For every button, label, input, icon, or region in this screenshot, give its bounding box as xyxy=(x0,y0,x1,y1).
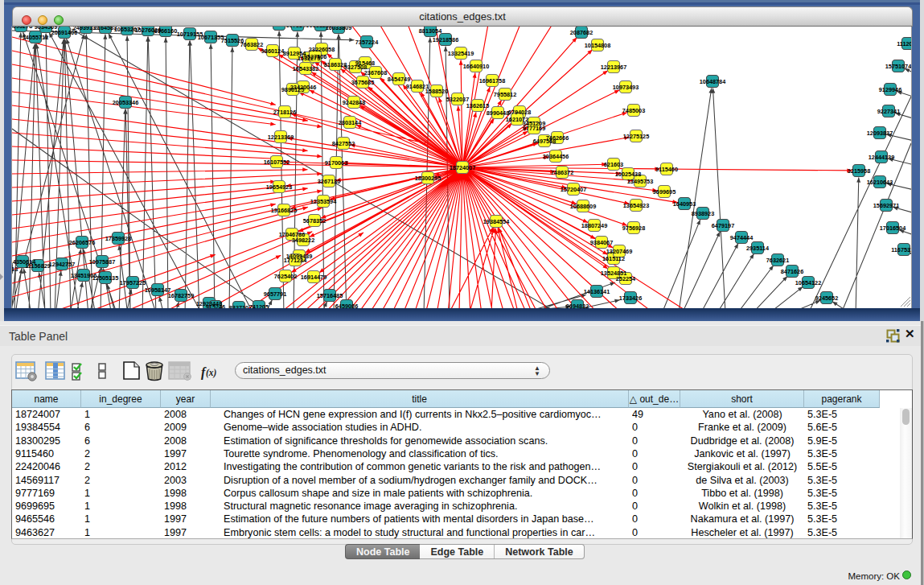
svg-text:26206576: 26206576 xyxy=(69,239,95,246)
svg-text:10973493: 10973493 xyxy=(613,84,639,91)
svg-text:15751074: 15751074 xyxy=(885,63,911,70)
svg-text:8938923: 8938923 xyxy=(692,210,714,217)
svg-text:915468: 915468 xyxy=(355,60,375,67)
svg-text:10975887: 10975887 xyxy=(89,258,115,266)
svg-text:10648784: 10648784 xyxy=(700,78,726,85)
svg-text:3498222: 3498222 xyxy=(292,237,314,244)
svg-text:2803144: 2803144 xyxy=(339,119,362,126)
svg-text:9245652: 9245652 xyxy=(815,295,838,302)
svg-text:17957225: 17957225 xyxy=(120,279,146,286)
svg-text:12275125: 12275125 xyxy=(623,133,649,140)
svg-text:9227341: 9227341 xyxy=(877,108,900,115)
svg-text:10671355: 10671355 xyxy=(198,34,224,41)
svg-text:15692971: 15692971 xyxy=(873,202,899,209)
svg-text:11156829: 11156829 xyxy=(25,262,51,270)
svg-text:10025438: 10025438 xyxy=(615,171,641,178)
svg-text:1112087: 1112087 xyxy=(897,40,911,47)
svg-text:9756928: 9756928 xyxy=(622,225,645,232)
svg-text:16914479: 16914479 xyxy=(301,274,326,281)
svg-text:6966160: 6966160 xyxy=(154,27,177,35)
svg-text:14136141: 14136141 xyxy=(584,288,610,295)
svg-text:10154808: 10154808 xyxy=(585,42,610,49)
svg-text:11675311: 11675311 xyxy=(891,246,911,253)
svg-text:16033809: 16033809 xyxy=(326,27,351,31)
svg-text:7625402: 7625402 xyxy=(274,273,297,280)
svg-text:9129946: 9129946 xyxy=(879,86,901,93)
svg-text:16640910: 16640910 xyxy=(463,63,489,70)
svg-text:9527506: 9527506 xyxy=(304,53,326,60)
svg-text:12093837: 12093837 xyxy=(867,130,893,137)
svg-text:15716485: 15716485 xyxy=(317,292,343,299)
svg-text:8427552: 8427552 xyxy=(332,140,355,147)
svg-text:14055712: 14055712 xyxy=(23,34,48,41)
svg-text:2718126: 2718126 xyxy=(273,109,296,116)
svg-text:2087682: 2087682 xyxy=(570,29,593,36)
svg-text:8471626: 8471626 xyxy=(781,268,803,275)
svg-text:23226058: 23226058 xyxy=(309,46,335,53)
svg-text:7632621: 7632621 xyxy=(766,257,789,264)
svg-text:9777169: 9777169 xyxy=(523,125,545,132)
svg-text:10654122: 10654122 xyxy=(795,279,821,286)
svg-text:13325419: 13325419 xyxy=(448,50,474,57)
svg-text:1733426: 1733426 xyxy=(619,295,642,302)
svg-text:9694832: 9694832 xyxy=(566,303,589,308)
svg-text:16961758: 16961758 xyxy=(479,77,505,84)
svg-text:9170063: 9170063 xyxy=(325,159,347,167)
svg-text:6794028: 6794028 xyxy=(508,109,531,116)
svg-text:7357224: 7357224 xyxy=(355,39,379,46)
svg-text:18807249: 18807249 xyxy=(581,222,607,229)
svg-text:3675685: 3675685 xyxy=(351,79,374,86)
svg-text:5975340: 5975340 xyxy=(286,27,309,29)
svg-text:7663822: 7663822 xyxy=(240,41,263,48)
svg-text:6459086: 6459086 xyxy=(335,303,358,308)
svg-text:13207469: 13207469 xyxy=(606,248,632,255)
svg-text:15720407: 15720407 xyxy=(561,186,586,193)
svg-text:18300295: 18300295 xyxy=(415,175,441,182)
svg-text:7485003: 7485003 xyxy=(622,107,645,114)
svg-text:9699695: 9699695 xyxy=(653,188,676,196)
svg-text:9384067: 9384067 xyxy=(590,239,613,246)
svg-text:915246: 915246 xyxy=(206,303,225,308)
svg-text:3215958: 3215958 xyxy=(848,167,870,175)
svg-text:9860124: 9860124 xyxy=(261,47,285,55)
svg-text:1588520: 1588520 xyxy=(425,88,448,95)
svg-text:9896125: 9896125 xyxy=(281,86,304,93)
svg-text:(x): (x) xyxy=(206,368,217,378)
svg-text:1362615: 1362615 xyxy=(466,102,489,109)
svg-text:2367608: 2367608 xyxy=(364,69,387,76)
svg-text:20364456: 20364456 xyxy=(543,153,569,160)
svg-text:12213967: 12213967 xyxy=(601,64,626,71)
svg-text:1640953: 1640953 xyxy=(673,200,696,208)
svg-text:621603: 621603 xyxy=(604,161,623,168)
svg-text:1615112: 1615112 xyxy=(602,255,625,262)
svg-text:16107552: 16107552 xyxy=(264,159,290,166)
svg-text:12353594: 12353594 xyxy=(310,198,337,205)
svg-text:18724007: 18724007 xyxy=(450,164,475,171)
svg-text:8454749: 8454749 xyxy=(388,76,410,83)
svg-text:13495753: 13495753 xyxy=(627,178,653,185)
svg-text:10958147: 10958147 xyxy=(145,286,170,294)
svg-text:7486372: 7486372 xyxy=(551,169,573,176)
svg-text:6479197: 6479197 xyxy=(712,222,734,229)
svg-text:3267130: 3267130 xyxy=(318,178,340,185)
svg-text:252254: 252254 xyxy=(616,275,636,282)
svg-text:19166825: 19166825 xyxy=(271,207,297,214)
svg-text:12942757: 12942757 xyxy=(49,261,75,268)
svg-text:17016504: 17016504 xyxy=(880,225,906,232)
svg-text:19654923: 19654923 xyxy=(266,183,292,191)
svg-text:9242848: 9242848 xyxy=(343,99,365,106)
svg-text:9474444: 9474444 xyxy=(730,234,754,241)
svg-text:12505135: 12505135 xyxy=(92,274,118,282)
svg-text:16543382: 16543382 xyxy=(293,65,318,72)
svg-text:16782759: 16782759 xyxy=(168,292,194,299)
svg-text:9115460: 9115460 xyxy=(655,166,678,173)
svg-text:20053346: 20053346 xyxy=(113,99,138,106)
svg-text:12444139: 12444139 xyxy=(869,154,894,161)
svg-text:17359928: 17359928 xyxy=(105,235,131,242)
svg-text:832710: 832710 xyxy=(229,304,248,308)
svg-text:8813054: 8813054 xyxy=(419,27,442,35)
svg-text:16210643: 16210643 xyxy=(867,179,893,186)
svg-text:741205: 741205 xyxy=(249,303,269,308)
svg-text:7462666: 7462666 xyxy=(546,134,569,142)
svg-text:8095278: 8095278 xyxy=(12,27,32,30)
